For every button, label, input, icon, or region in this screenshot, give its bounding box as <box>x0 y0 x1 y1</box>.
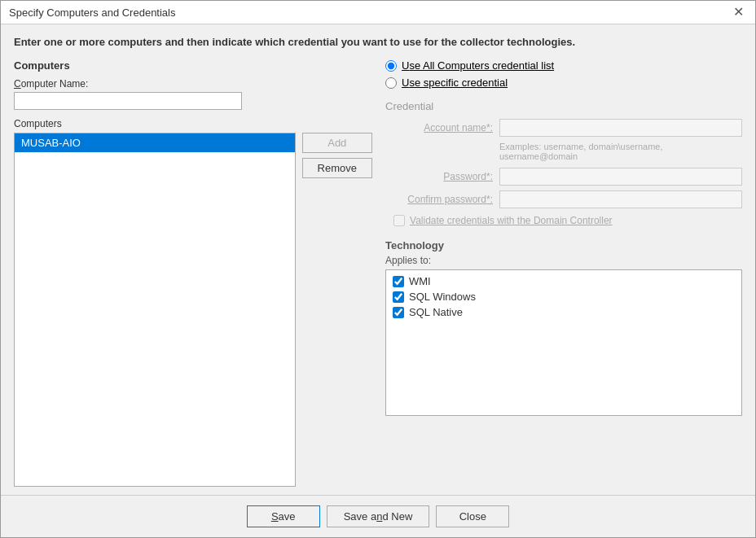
wmi-label: WMI <box>409 275 431 287</box>
tech-item-sql-native: SQL Native <box>393 306 735 318</box>
computers-section-label: Computers <box>14 59 372 72</box>
account-name-row: Account name*: <box>385 119 742 137</box>
confirm-password-row: Confirm password*: <box>385 190 742 208</box>
use-all-radio-row: Use All Computers credential list <box>385 59 742 72</box>
dialog-footer: Save Save and New Close <box>1 495 755 537</box>
save-and-new-button[interactable]: Save and New <box>327 505 430 527</box>
credential-section: Credential Account name*: Examples: user… <box>385 100 742 226</box>
computers-list[interactable]: MUSAB-AIO <box>14 133 296 487</box>
use-specific-radio-row: Use specific credential <box>385 77 742 89</box>
remove-button[interactable]: Remove <box>302 158 372 178</box>
validate-row: Validate credentials with the Domain Con… <box>393 215 742 226</box>
password-label: Password*: <box>385 171 499 182</box>
buttons-col: Add Remove <box>302 133 372 487</box>
close-button[interactable]: Close <box>436 505 509 527</box>
sql-windows-label: SQL Windows <box>409 291 476 303</box>
use-all-radio[interactable] <box>385 60 397 72</box>
use-specific-radio[interactable] <box>385 77 397 89</box>
left-panel: Computers Computer Name: Computers MUSAB… <box>14 59 372 487</box>
list-item[interactable]: MUSAB-AIO <box>15 133 295 152</box>
computers-row: MUSAB-AIO Add Remove <box>14 133 372 487</box>
validate-checkbox[interactable] <box>393 215 405 226</box>
examples-text: Examples: username, domain\username, use… <box>499 142 742 161</box>
applies-to-label: Applies to: <box>385 255 742 266</box>
computer-name-label: Computer Name: <box>14 78 372 90</box>
confirm-password-label: Confirm password*: <box>385 194 499 205</box>
main-content: Computers Computer Name: Computers MUSAB… <box>14 59 742 487</box>
technology-list: WMI SQL Windows SQL Native <box>385 269 742 416</box>
title-bar: Specify Computers and Credentials ✕ <box>1 1 755 24</box>
confirm-password-input[interactable] <box>499 190 742 208</box>
close-icon[interactable]: ✕ <box>730 6 747 19</box>
dialog: Specify Computers and Credentials ✕ Ente… <box>0 0 756 538</box>
sql-windows-checkbox[interactable] <box>393 291 404 303</box>
credential-title: Credential <box>385 100 742 112</box>
sql-native-label: SQL Native <box>409 306 463 318</box>
dialog-title: Specify Computers and Credentials <box>9 7 176 19</box>
account-name-label: Account name*: <box>385 122 499 133</box>
intro-text: Enter one or more computers and then ind… <box>14 36 742 48</box>
account-name-input[interactable] <box>499 119 742 137</box>
wmi-checkbox[interactable] <box>393 276 404 287</box>
validate-label: Validate credentials with the Domain Con… <box>410 215 613 226</box>
password-row: Password*: <box>385 168 742 186</box>
password-input[interactable] <box>499 168 742 186</box>
tech-item-sql-windows: SQL Windows <box>393 291 735 303</box>
technology-section: Technology Applies to: WMI SQL Windows <box>385 239 742 416</box>
use-all-label: Use All Computers credential list <box>402 59 554 72</box>
add-button[interactable]: Add <box>302 133 372 153</box>
technology-title: Technology <box>385 239 742 252</box>
credential-radio-group: Use All Computers credential list Use sp… <box>385 59 742 89</box>
dialog-body: Enter one or more computers and then ind… <box>1 24 755 495</box>
sql-native-checkbox[interactable] <box>393 307 404 318</box>
computer-name-input[interactable] <box>14 92 242 110</box>
computers-list-label: Computers <box>14 118 372 129</box>
tech-item-wmi: WMI <box>393 275 735 287</box>
right-panel: Use All Computers credential list Use sp… <box>385 59 742 487</box>
save-button[interactable]: Save <box>247 505 320 527</box>
use-specific-label: Use specific credential <box>402 77 508 89</box>
